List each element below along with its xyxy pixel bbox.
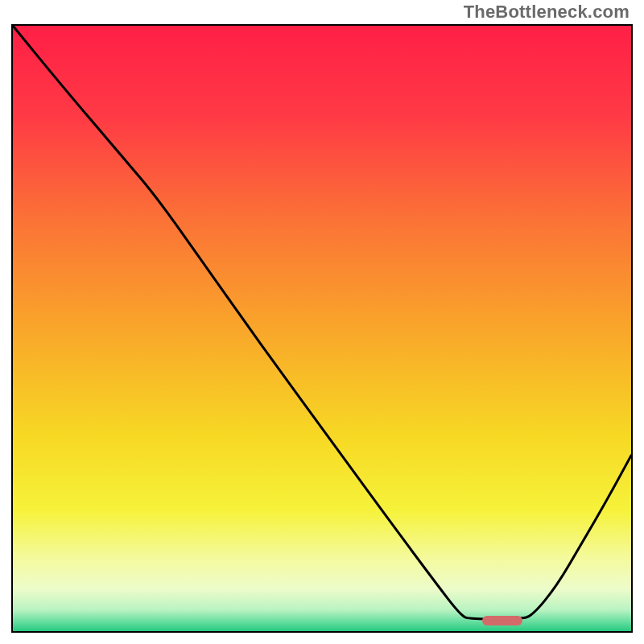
optimal-marker (482, 616, 522, 625)
gradient-background (13, 26, 631, 631)
svg-rect-0 (13, 26, 631, 631)
chart-frame (11, 24, 633, 633)
watermark-text: TheBottleneck.com (464, 2, 630, 23)
